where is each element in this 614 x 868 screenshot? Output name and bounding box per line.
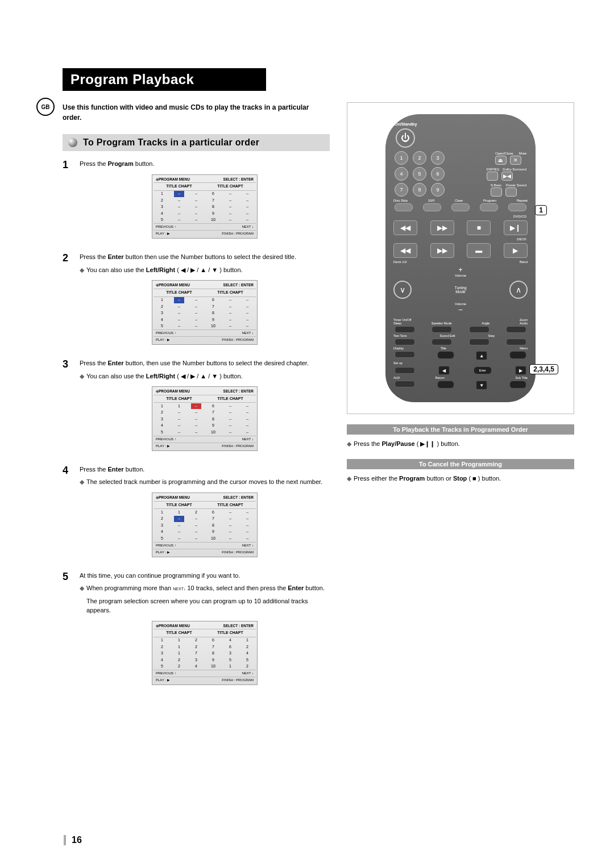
step-5: 5 At this time, you can continue program…: [63, 571, 330, 691]
up-button: ∧: [509, 281, 528, 299]
sound-button: [432, 339, 452, 345]
text: Enter: [108, 466, 124, 473]
label: Speaker Mode: [432, 322, 452, 325]
power-sound-button: [505, 187, 517, 197]
callout-1: 1: [535, 205, 547, 215]
text: button or: [425, 475, 453, 482]
sub-heading-1: To Playback the Tracks in Programmed Ord…: [347, 424, 574, 435]
audio-button: [506, 326, 526, 333]
text: Left/Right: [146, 373, 175, 379]
label: Audio: [520, 322, 528, 325]
label: DECK: [395, 237, 526, 241]
text: ( ◀ / ▶ / ▲ / ▼ ) button.: [175, 266, 242, 273]
bullet-icon: [68, 138, 77, 147]
step-3: 3 Press the Enter button, then use the N…: [63, 358, 330, 457]
text: ( ■ ) button.: [467, 475, 501, 482]
label: Menu: [520, 347, 528, 350]
num-2: 2: [413, 151, 426, 165]
menu-button: [509, 351, 526, 359]
label: Volume: [392, 274, 529, 277]
manual-page: GB Program Playback Use this function wi…: [0, 0, 614, 868]
dsp-button: [487, 172, 498, 181]
deck-rew-button: ◀◀: [393, 243, 417, 258]
display-button: [395, 351, 415, 358]
sub-heading-2: To Cancel the Programming: [347, 459, 574, 469]
program-menu-4: ◆PROGRAM MENUSELECT : ENTERTITLE CHAPTTI…: [152, 493, 258, 557]
diamond-icon: ◆: [80, 372, 84, 381]
label: Sound Edit: [440, 334, 455, 337]
extra-button: [506, 339, 526, 345]
section-title: To Program Tracks in a particular order: [83, 137, 259, 148]
page-number: 16: [64, 835, 82, 845]
vol-plus: +: [392, 266, 529, 274]
num-3: 3: [431, 151, 445, 165]
diamond-icon: ◆: [80, 265, 84, 275]
diamond-icon: ◆: [347, 474, 351, 483]
text: Enter: [108, 253, 124, 260]
down-button: ∨: [393, 281, 412, 299]
program-menu-2: ◆PROGRAM MENUSELECT : ENTERTITLE CHAPTTI…: [152, 280, 258, 345]
step-number: 3: [63, 358, 73, 457]
text: Stop: [453, 475, 467, 482]
label: Tuning: [454, 286, 466, 290]
power-button: ⏻: [396, 128, 415, 148]
region-badge: GB: [36, 98, 55, 116]
text: ( ◀ / ▶ / ▲ / ▼ ) button.: [175, 373, 242, 379]
step-number: 5: [63, 571, 73, 691]
section-heading: To Program Tracks in a particular order: [63, 134, 330, 151]
label: Angle: [482, 322, 489, 325]
setup-button: [395, 367, 415, 374]
text: button.: [124, 466, 145, 473]
return-button: [437, 381, 454, 389]
step-1: 1 Press the Program button. ◆PROGRAM MEN…: [63, 159, 330, 244]
text: Press either the: [354, 475, 399, 482]
num-7: 7: [395, 183, 408, 197]
text: At this time, you can continue programmi…: [80, 572, 240, 579]
dolby-button: ▶◀: [501, 172, 513, 181]
label: Clear: [455, 199, 463, 202]
program-button: [480, 203, 498, 211]
label: Disc Skip: [393, 199, 408, 202]
text: Press the: [354, 440, 382, 447]
label: Open/Close: [495, 152, 513, 155]
label: Mode: [455, 290, 466, 294]
left-column: Use this function with video and music C…: [63, 102, 330, 699]
nav-down: ▼: [476, 381, 487, 390]
text: button, then use the Number buttons to s…: [124, 360, 309, 366]
text: You can also use the: [86, 373, 146, 379]
nav-up: ▲: [476, 351, 487, 360]
sleep-button: [395, 326, 415, 333]
label: Display: [393, 347, 404, 350]
remote-illustration: 1 2,3,4,5 On/Standby ⏻ 1 2 3 Open/CloseM…: [347, 102, 574, 414]
label: S.Bass: [491, 183, 501, 187]
text: button.: [134, 160, 155, 167]
label: Repeat: [517, 199, 528, 202]
angle-button: [469, 326, 489, 333]
page-title: Program Playback: [63, 68, 266, 91]
intro-text: Use this function with video and music C…: [63, 102, 330, 123]
label: Test Tone: [393, 334, 406, 337]
play-button: ▶❙: [504, 220, 528, 235]
vol-minus: –: [392, 306, 529, 314]
text: button then use the Number buttons to se…: [124, 253, 296, 260]
label: 10/0: [428, 199, 435, 202]
text: ◆Press either the Program button or Stop…: [347, 474, 574, 483]
remote-control: 1 2,3,4,5 On/Standby ⏻ 1 2 3 Open/CloseM…: [385, 114, 536, 402]
text: Press the: [80, 253, 108, 260]
num-8: 8: [413, 183, 426, 197]
text: Enter: [108, 360, 124, 366]
test-button: [395, 339, 415, 345]
text: Left/Right: [146, 266, 175, 273]
nav-left: ◀: [438, 366, 450, 375]
ten-button: [423, 203, 441, 211]
text: Press the: [80, 360, 108, 366]
step-4: 4 Press the Enter button. ◆The selected …: [63, 465, 330, 563]
label: AUX: [393, 376, 400, 379]
step-2: 2 Press the Enter button then use the Nu…: [63, 252, 330, 350]
num-9: 9: [431, 183, 445, 197]
deck-ff-button: ▶▶: [430, 243, 454, 258]
right-column: 1 2,3,4,5 On/Standby ⏻ 1 2 3 Open/CloseM…: [347, 102, 574, 699]
rewind-button: ◀◀: [393, 220, 417, 235]
diamond-icon: ◆: [347, 439, 351, 449]
text: The selected track number is programming…: [86, 478, 322, 485]
